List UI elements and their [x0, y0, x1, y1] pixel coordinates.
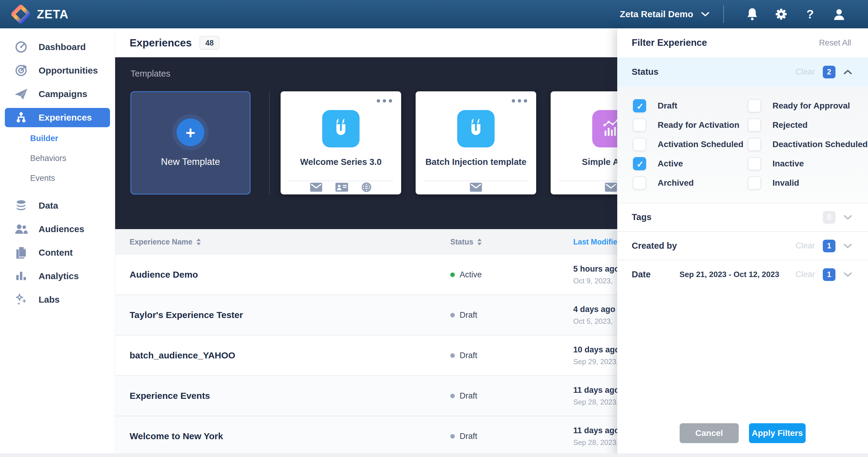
help-button[interactable]: ? [796, 0, 825, 28]
settings-button[interactable] [767, 0, 796, 28]
checkbox-label: Deactivation Scheduled [772, 140, 868, 149]
sidebar-item-experiences[interactable]: Experiences [5, 108, 110, 127]
sidebar-item-labs[interactable]: Labs [5, 290, 110, 309]
sidebar-item-audiences[interactable]: Audiences [5, 219, 110, 239]
status-label: Draft [460, 310, 477, 320]
created-by-section-header[interactable]: Created by Clear 1 [617, 231, 868, 260]
database-icon [14, 199, 28, 212]
created-by-section-label: Created by [632, 241, 677, 251]
tags-section-header[interactable]: Tags 0 [617, 203, 868, 231]
experience-name: Experience Events [115, 391, 450, 401]
template-card-welcome-series[interactable]: Welcome Series 3.0 [281, 91, 401, 194]
checkbox-icon[interactable] [633, 119, 646, 132]
filter-panel-footer: Cancel Apply Filters [617, 417, 868, 450]
column-header-name: Experience Name [130, 238, 192, 246]
column-header-modified[interactable]: Last Modified [573, 238, 622, 246]
experience-name: Welcome to New York [115, 431, 450, 441]
checkbox-draft[interactable]: Draft [633, 99, 677, 113]
checkbox-activation-scheduled[interactable]: Activation Scheduled [633, 138, 744, 151]
brand[interactable]: ZETA [0, 5, 68, 24]
bell-icon [746, 7, 758, 21]
sort-name-button[interactable] [196, 239, 201, 245]
sidebar-item-campaigns[interactable]: Campaigns [5, 84, 110, 104]
new-template-label: New Template [161, 156, 220, 167]
checkbox-deactivation-scheduled[interactable]: Deactivation Scheduled [748, 138, 868, 151]
sidebar-item-dashboard[interactable]: Dashboard [5, 37, 110, 57]
chevron-down-icon[interactable] [843, 243, 852, 249]
filter-panel: Filter Experience Reset All Status Clear… [617, 28, 868, 457]
card-menu-button[interactable] [377, 99, 392, 102]
sidebar-item-content[interactable]: Content [5, 243, 110, 262]
checkbox-inactive[interactable]: Inactive [748, 157, 804, 170]
cancel-button[interactable]: Cancel [680, 423, 739, 443]
checkbox-icon[interactable] [633, 176, 646, 190]
sidebar-subitem-events[interactable]: Events [0, 170, 115, 187]
experience-name: batch_audience_YAHOO [115, 350, 450, 361]
gear-icon [775, 8, 787, 21]
sort-status-button[interactable] [477, 239, 482, 245]
magnet-icon [457, 110, 495, 147]
card-menu-button[interactable] [512, 99, 527, 102]
checkbox-icon[interactable] [748, 99, 761, 113]
template-card-title: Welcome Series 3.0 [281, 157, 401, 167]
checkbox-archived[interactable]: Archived [633, 176, 694, 190]
checkbox-ready-for-approval[interactable]: Ready for Approval [748, 99, 850, 113]
account-name: Zeta Retail Demo [620, 9, 693, 19]
filter-panel-title: Filter Experience [632, 37, 707, 48]
filter-panel-header: Filter Experience Reset All [617, 28, 868, 57]
checkbox-icon[interactable] [748, 119, 761, 132]
account-switcher[interactable]: Zeta Retail Demo [620, 9, 710, 19]
sidebar-item-data[interactable]: Data [5, 196, 110, 215]
documents-icon [14, 246, 28, 259]
chevron-down-icon[interactable] [843, 272, 852, 278]
page-title: Experiences [130, 37, 192, 49]
created-by-clear-button[interactable]: Clear [795, 241, 815, 250]
template-card-batch-injection[interactable]: Batch Injection template [415, 91, 536, 194]
zeta-logo-icon [11, 5, 30, 24]
checkbox-label: Archived [658, 178, 694, 188]
experience-name: Audience Demo [115, 270, 450, 280]
status-clear-button[interactable]: Clear [795, 67, 815, 77]
sidebar-subitem-builder[interactable]: Builder [0, 130, 115, 147]
sidebar-item-label: Campaigns [38, 89, 87, 99]
sidebar-item-opportunities[interactable]: Opportunities [5, 61, 110, 80]
status-count-badge: 2 [823, 66, 835, 79]
date-section-header[interactable]: Date Sep 21, 2023 - Oct 12, 2023 Clear 1 [617, 260, 868, 288]
sidebar-item-analytics[interactable]: Analytics [5, 267, 110, 286]
status-label: Draft [460, 432, 477, 441]
checkbox-icon[interactable] [633, 157, 646, 170]
experience-count-badge: 48 [199, 36, 219, 50]
notifications-button[interactable] [738, 0, 767, 28]
checkbox-icon[interactable] [633, 138, 646, 151]
tags-section-label: Tags [632, 212, 652, 222]
status-section-header[interactable]: Status Clear 2 [617, 57, 868, 87]
date-clear-button[interactable]: Clear [795, 270, 815, 279]
sidebar-subitem-behaviors[interactable]: Behaviors [0, 150, 115, 167]
chevron-down-icon[interactable] [843, 214, 852, 220]
status-dot [450, 394, 455, 398]
subitem-label: Behaviors [30, 154, 66, 163]
checkbox-label: Draft [658, 101, 677, 111]
checkbox-label: Invalid [772, 178, 799, 188]
sidebar-item-label: Data [38, 201, 58, 211]
user-menu-button[interactable] [825, 0, 854, 28]
status-label: Draft [460, 351, 477, 360]
checkbox-icon[interactable] [748, 157, 761, 170]
subitem-label: Events [30, 174, 55, 183]
user-icon [832, 7, 846, 21]
checkbox-icon[interactable] [633, 99, 646, 113]
column-header-status: Status [450, 238, 473, 246]
sidebar-item-label: Audiences [38, 224, 84, 234]
new-template-card[interactable]: + New Template [130, 91, 250, 194]
date-range-value: Sep 21, 2023 - Oct 12, 2023 [679, 270, 779, 279]
apply-filters-button[interactable]: Apply Filters [749, 423, 806, 443]
checkbox-icon[interactable] [748, 138, 761, 151]
reset-all-button[interactable]: Reset All [819, 38, 851, 48]
checkbox-rejected[interactable]: Rejected [748, 119, 808, 132]
checkbox-active[interactable]: Active [633, 157, 683, 170]
chevron-up-icon[interactable] [843, 69, 852, 75]
checkbox-invalid[interactable]: Invalid [748, 176, 799, 190]
experience-name: Taylor's Experience Tester [115, 310, 450, 320]
checkbox-ready-for-activation[interactable]: Ready for Activation [633, 119, 739, 132]
checkbox-icon[interactable] [748, 176, 761, 190]
